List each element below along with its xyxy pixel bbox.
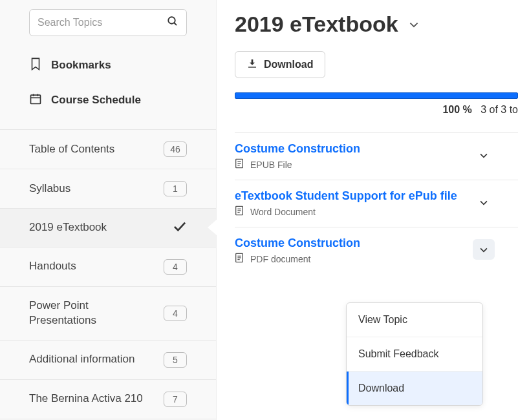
bookmarks-link[interactable]: Bookmarks	[29, 48, 187, 83]
toc-item-powerpoint[interactable]: Power Point Presentations 4	[0, 287, 216, 341]
content-item: Costume Construction EPUB File	[235, 133, 518, 180]
toc-item-label: Power Point Presentations	[29, 299, 158, 328]
page-title: 2019 eTextbook	[235, 12, 398, 37]
svg-line-1	[174, 23, 177, 25]
content-actions-toggle[interactable]	[473, 192, 495, 213]
course-schedule-link[interactable]: Course Schedule	[29, 83, 187, 118]
document-icon	[235, 205, 244, 218]
search-box[interactable]	[29, 9, 187, 36]
bookmark-icon	[29, 57, 42, 74]
dropdown-download[interactable]: Download	[347, 372, 482, 405]
calendar-icon	[29, 92, 42, 109]
dropdown-view-topic[interactable]: View Topic	[347, 303, 482, 337]
content-actions-toggle[interactable]	[473, 239, 495, 260]
sidebar: Bookmarks Course Schedule Table of Conte…	[0, 0, 217, 420]
toc-item-additional-info[interactable]: Additional information 5	[0, 341, 216, 380]
toc-count-badge: 5	[164, 352, 187, 368]
toc-item-label: 2019 eTextbook	[29, 220, 107, 235]
download-icon	[247, 58, 257, 71]
toc-item-label: The Bernina Activa 210	[29, 392, 143, 406]
progress-count: 3 of 3 to	[480, 104, 518, 115]
course-schedule-label: Course Schedule	[51, 94, 141, 107]
progress-text: 100 % 3 of 3 to	[235, 104, 518, 116]
toc-item-handouts[interactable]: Handouts 4	[0, 247, 216, 287]
toc-count-badge: 7	[164, 392, 187, 407]
bookmarks-label: Bookmarks	[51, 59, 111, 72]
toc-item-label: Additional information	[29, 352, 135, 367]
main-content: 2019 eTextbook Download 100 % 3 of 3 to …	[217, 0, 518, 420]
toc-count-badge: 4	[164, 259, 187, 275]
document-icon	[235, 158, 244, 171]
content-title-link[interactable]: Costume Construction	[235, 236, 360, 250]
toc-count-badge: 4	[164, 306, 187, 321]
progress-bar	[235, 92, 518, 99]
toc-list: Table of Contents 46 Syllabus 1 2019 eTe…	[0, 129, 216, 419]
chevron-down-icon[interactable]	[409, 19, 419, 30]
content-type-label: Word Document	[250, 207, 316, 217]
toc-item-syllabus[interactable]: Syllabus 1	[0, 169, 216, 209]
content-list: Costume Construction EPUB File eTextbook…	[235, 132, 518, 274]
search-input[interactable]	[38, 17, 167, 28]
content-type-label: EPUB File	[250, 160, 292, 170]
toc-item-label: Syllabus	[29, 182, 70, 196]
download-button[interactable]: Download	[235, 51, 325, 78]
content-title-link[interactable]: Costume Construction	[235, 142, 360, 156]
download-button-label: Download	[264, 59, 313, 70]
toc-item-label: Handouts	[29, 259, 76, 274]
content-item: eTextbook Student Support for ePub file …	[235, 180, 518, 227]
content-title-link[interactable]: eTextbook Student Support for ePub file	[235, 189, 457, 203]
progress-percent: 100 %	[442, 104, 471, 115]
toc-item-etextbook[interactable]: 2019 eTextbook	[0, 209, 216, 247]
check-icon	[173, 220, 187, 235]
toc-count-badge: 46	[164, 142, 187, 157]
content-actions-toggle[interactable]	[473, 145, 495, 165]
dropdown-submit-feedback[interactable]: Submit Feedback	[347, 337, 482, 372]
search-icon[interactable]	[167, 16, 178, 30]
toc-item-bernina[interactable]: The Bernina Activa 210 7	[0, 380, 216, 419]
document-icon	[235, 253, 244, 265]
svg-point-0	[168, 17, 175, 24]
content-actions-dropdown: View Topic Submit Feedback Download	[346, 302, 483, 406]
content-type-label: PDF document	[250, 254, 310, 264]
toc-item-label: Table of Contents	[29, 142, 114, 157]
content-item: Costume Construction PDF document	[235, 227, 518, 274]
svg-rect-2	[31, 95, 41, 103]
toc-count-badge: 1	[164, 181, 187, 196]
toc-item-table-of-contents[interactable]: Table of Contents 46	[0, 130, 216, 169]
